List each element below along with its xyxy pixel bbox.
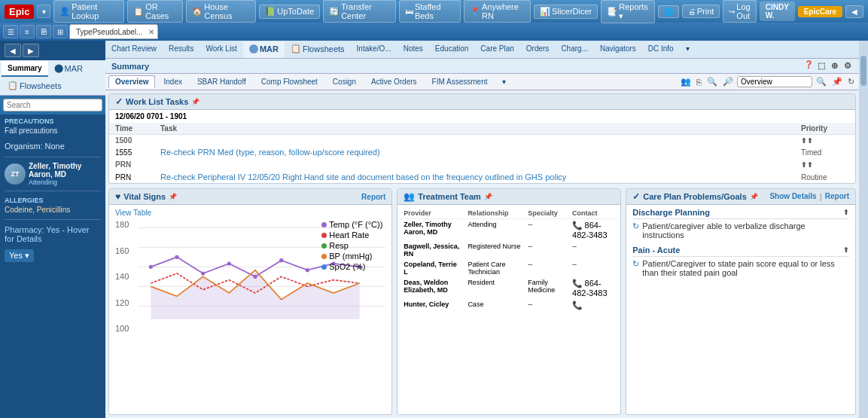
collapse-btn[interactable]: ◀ xyxy=(845,5,863,18)
mar-icon: ⬤ xyxy=(54,63,63,73)
view-table-link[interactable]: View Table xyxy=(115,209,151,217)
task-link-1[interactable]: Re-check PRN Med (type, reason, follow-u… xyxy=(160,148,380,157)
close-tab-btn[interactable]: ✕ xyxy=(148,28,154,36)
or-cases-btn[interactable]: 📋 OR Cases xyxy=(127,0,183,23)
copy-icon[interactable]: ⎘ xyxy=(695,77,703,87)
magnify-icon[interactable]: 🔎 xyxy=(721,76,735,87)
active-patient-tab[interactable]: TypePseudoLabel... ✕ xyxy=(69,24,158,39)
toolbar-tab-sbar[interactable]: SBAR Handoff xyxy=(190,75,253,88)
toolbar-tab-overview[interactable]: Overview xyxy=(108,75,155,88)
tab-dc-info[interactable]: DC Info xyxy=(642,41,680,57)
toolbar-tab-index[interactable]: Index xyxy=(157,75,188,88)
vital-report-link[interactable]: Report xyxy=(361,193,385,201)
dropdown-arrow[interactable]: ▾ xyxy=(37,5,50,18)
anywhere-rn-btn[interactable]: 📍 Anywhere RN xyxy=(464,0,531,23)
toolbar-tab-more[interactable]: ▾ xyxy=(495,75,513,88)
epiccare-btn[interactable]: EpicCare xyxy=(798,6,842,17)
hamburger-icon[interactable]: ☰ xyxy=(3,25,18,38)
transfer-center-btn[interactable]: 🔄 Transfer Center xyxy=(323,0,396,23)
tab-flowsheets-full[interactable]: 📋 Flowsheets xyxy=(285,41,351,58)
tab-mar-full[interactable]: MAR xyxy=(243,41,285,58)
treat-col-specialty: Specialty xyxy=(525,208,569,219)
toolbar-tab-comp[interactable]: Comp Flowsheet xyxy=(254,75,324,88)
top-bar: Epic ▾ 👤 Patient Lookup 📋 OR Cases 🏠 Hou… xyxy=(0,0,868,23)
organism-label: Organism: None xyxy=(5,142,101,151)
toolbar-tab-fim[interactable]: FIM Assessment xyxy=(425,75,495,88)
careplan-card: ✓ Care Plan Problems/Goals 📌 Show Detail… xyxy=(626,188,856,415)
toolbar-tab-active-orders[interactable]: Active Orders xyxy=(364,75,424,88)
toolbar-search-input[interactable] xyxy=(737,76,812,87)
grid-icon[interactable]: ⊞ xyxy=(53,25,68,38)
tab-more[interactable]: ▾ xyxy=(680,41,696,57)
tab-navigators[interactable]: Navigators xyxy=(594,41,642,57)
worklist-header: ✓ Work List Tasks 📌 xyxy=(109,94,855,110)
show-details-link[interactable]: Show Details xyxy=(769,192,816,201)
people-icon[interactable]: 👥 xyxy=(679,76,693,87)
expand-chevron-discharge[interactable]: ⬆ xyxy=(843,209,849,216)
uptodate-btn[interactable]: 📗 UpToDate xyxy=(259,5,320,19)
tab-charges[interactable]: Charg... xyxy=(555,41,594,57)
doc-icon[interactable]: 🖹 xyxy=(36,25,51,38)
toolbar-search-go[interactable]: 🔍 xyxy=(815,76,828,87)
back-btn[interactable]: ◀ xyxy=(5,44,21,57)
tab-summary[interactable]: Summary xyxy=(2,61,48,77)
relationship-4: Case xyxy=(464,299,525,312)
tab-education[interactable]: Education xyxy=(429,41,474,57)
lower-row: ♥ Vital Signs 📌 Report View Table 180 16… xyxy=(108,188,856,415)
expand-chevron-pain[interactable]: ⬆ xyxy=(843,246,849,254)
svg-point-9 xyxy=(227,261,231,265)
staffed-beds-btn[interactable]: 🛏 Staffed Beds xyxy=(399,0,461,23)
careplan-report-link[interactable]: Report xyxy=(825,192,849,201)
scroll-thumb[interactable] xyxy=(860,56,866,86)
toolbar-tab-cosign[interactable]: Cosign xyxy=(326,75,363,88)
epic-logo[interactable]: Epic xyxy=(5,5,34,19)
specialty-3: Family Medicine xyxy=(525,277,569,299)
allergies-value: Codeine, Penicillins xyxy=(5,206,101,214)
tab-work-list[interactable]: Work List xyxy=(199,41,243,57)
svg-point-12 xyxy=(306,268,309,272)
expand-icon[interactable]: ⬚ xyxy=(816,60,827,72)
globe-btn[interactable]: 🌐 xyxy=(658,5,679,18)
list-icon[interactable]: ≡ xyxy=(20,25,35,38)
time-cell: 1500 xyxy=(109,135,154,147)
contact-1: -- xyxy=(569,241,617,259)
tab-mar[interactable]: ⬤ MAR xyxy=(48,60,89,78)
search-input[interactable] xyxy=(3,99,102,111)
tab-intake[interactable]: Intake/O... xyxy=(351,41,397,57)
tab-notes[interactable]: Notes xyxy=(397,41,429,57)
table-row: 1500 ⬆⬆ xyxy=(109,135,855,147)
treatment-title: Treatment Team xyxy=(418,192,481,201)
pin-icon-wl: 📌 xyxy=(191,98,199,105)
vital-title: Vital Signs xyxy=(123,192,166,201)
help-icon[interactable]: ❓ xyxy=(804,60,813,72)
yes-dropdown[interactable]: Yes ▾ xyxy=(5,249,34,262)
settings-gear-icon[interactable]: ⚙ xyxy=(842,60,853,72)
toolbar-refresh-icon[interactable]: ↻ xyxy=(846,76,856,87)
tab-flowsheets[interactable]: 📋 Flowsheets xyxy=(2,78,68,95)
flowsheets-list-icon: 📋 xyxy=(291,44,301,53)
provider-name-4: Hunter, Cicley xyxy=(400,299,464,312)
search-toolbar-icon[interactable]: 🔍 xyxy=(705,76,719,87)
list-item: ↻ Patient/Caregiver to state pain score … xyxy=(632,259,849,277)
time-prn-header: PRN xyxy=(109,158,154,170)
right-scrollbar[interactable] xyxy=(859,41,868,418)
forward-btn[interactable]: ▶ xyxy=(23,44,39,57)
pharmacy-label: Pharmacy: Yes - Hover for Details xyxy=(5,225,101,243)
task-cell xyxy=(154,135,777,147)
time-prn: PRN xyxy=(109,170,154,183)
zoom-icon[interactable]: ⊕ xyxy=(830,60,839,72)
tab-chart-review[interactable]: Chart Review xyxy=(105,41,163,57)
tab-results[interactable]: Results xyxy=(163,41,199,57)
reports-btn[interactable]: 📑 Reports ▾ xyxy=(601,0,654,23)
relationship-2: Patient Care Technician xyxy=(464,259,525,277)
printer-btn[interactable]: 🖨 Print xyxy=(682,5,720,18)
logout-btn[interactable]: ↪ Log Out xyxy=(723,0,756,23)
house-census-btn[interactable]: 🏠 House Census xyxy=(186,0,256,23)
toolbar-pin-icon[interactable]: 📌 xyxy=(830,76,844,87)
task-link-2[interactable]: Re-check Peripheral IV 12/05/20 Right Ha… xyxy=(160,172,566,182)
tab-care-plan[interactable]: Care Plan xyxy=(474,41,519,57)
patient-lookup-btn[interactable]: 👤 Patient Lookup xyxy=(53,0,124,23)
tab-orders[interactable]: Orders xyxy=(520,41,556,57)
user-name-btn[interactable]: CINDY W. xyxy=(760,2,795,21)
slicerdicer-btn[interactable]: 📊 SlicerDicer xyxy=(534,5,598,19)
